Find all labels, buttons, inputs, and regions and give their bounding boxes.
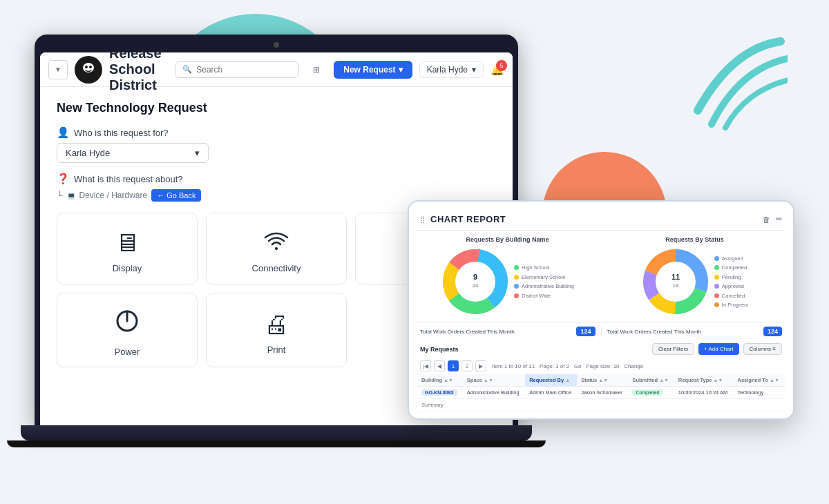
connectivity-icon xyxy=(263,229,290,258)
add-chart-button[interactable]: + Add Chart xyxy=(698,343,739,355)
col-building[interactable]: Building ▲▼ xyxy=(417,374,463,387)
power-icon xyxy=(113,307,141,341)
cell-status: Completed xyxy=(628,387,674,399)
my-requests-actions: Clear Filters + Add Chart Columns ≡ xyxy=(652,343,782,355)
svg-text:9: 9 xyxy=(473,273,477,281)
chart1-title: Requests By Building Name xyxy=(466,236,549,243)
trash-icon[interactable]: 🗑 xyxy=(763,215,770,224)
grip-icon: ⣿ xyxy=(420,215,425,223)
wifi-decoration xyxy=(677,21,788,134)
row-id-badge: GO-KN-008X xyxy=(421,389,457,396)
notification-count: 5 xyxy=(496,60,507,71)
cell-request-type: Technology xyxy=(734,387,785,399)
first-page-btn[interactable]: |◀ xyxy=(420,360,431,371)
svg-text:18: 18 xyxy=(672,282,678,289)
device-card-display[interactable]: 🖥 Display xyxy=(57,213,198,284)
what-label: ❓ What is this request about? xyxy=(57,173,496,185)
print-icon: 🖨 xyxy=(264,310,289,339)
camera-bar xyxy=(40,40,513,50)
my-requests-label: My Requests xyxy=(420,346,459,353)
new-request-label: New Request xyxy=(343,65,395,75)
breadcrumb-device: Device / Hardware xyxy=(79,191,148,200)
pagination-info: Item 1 to 10 of 11 Page: 1 of 2 Go Page … xyxy=(492,363,643,369)
tablet: ⣿ CHART REPORT 🗑 ✏ Requests By Building … xyxy=(408,200,794,420)
search-icon: 🔍 xyxy=(182,65,192,74)
what-section: ❓ What is this request about? └ 💻 Device… xyxy=(57,173,496,202)
columns-button[interactable]: Columns ≡ xyxy=(743,343,782,355)
table-row[interactable]: GO-KN-008X Administrative Building Admin… xyxy=(417,387,785,399)
requests-table: Building ▲▼ Space ▲▼ Requested By ▲ Stat… xyxy=(417,374,785,411)
cell-requested-by: Jason Schomaker xyxy=(577,387,628,399)
page-2-btn[interactable]: 2 xyxy=(461,360,473,371)
page-1-btn[interactable]: 1 xyxy=(448,360,459,371)
stat1-label: Total Work Orders Created This Month xyxy=(420,329,515,335)
app-title: Release School District xyxy=(109,52,175,93)
chart-report-actions: 🗑 ✏ xyxy=(763,215,782,224)
chevron-down-icon: ▾ xyxy=(472,65,476,75)
power-label: Power xyxy=(115,347,140,357)
col-request-type[interactable]: Request Type ▲▼ xyxy=(674,374,734,387)
prev-page-btn[interactable]: ◀ xyxy=(434,360,445,371)
laptop-base xyxy=(21,425,532,440)
notification-badge[interactable]: 🔔 5 xyxy=(490,63,504,76)
go-back-button[interactable]: ← Go Back xyxy=(151,189,201,202)
display-icon: 🖥 xyxy=(115,229,140,258)
svg-text:11: 11 xyxy=(671,273,680,281)
user-name: Karla Hyde xyxy=(427,65,468,75)
next-page-btn[interactable]: ▶ xyxy=(475,360,486,371)
breadcrumb-icon: 💻 xyxy=(67,192,75,200)
question-icon: ❓ xyxy=(57,173,70,185)
who-label: 👤 Who is this request for? xyxy=(57,126,496,139)
device-card-connectivity[interactable]: Connectivity xyxy=(206,213,347,284)
device-card-power[interactable]: Power xyxy=(57,293,198,367)
chevron-down-icon: ▾ xyxy=(399,65,403,75)
stat2-label: Total Work Orders Created This Month xyxy=(607,329,702,335)
search-box[interactable]: 🔍 xyxy=(175,61,299,78)
svg-point-4 xyxy=(275,247,278,250)
print-label: Print xyxy=(267,345,286,355)
sidebar-toggle[interactable]: ▼ xyxy=(48,60,68,79)
stat1-value: 124 xyxy=(576,327,595,336)
svg-point-2 xyxy=(85,66,88,68)
col-submitted[interactable]: Submitted ▲▼ xyxy=(628,374,674,387)
device-card-print[interactable]: 🖨 Print xyxy=(206,293,347,367)
stat-box-1: Total Work Orders Created This Month 124 xyxy=(420,327,595,336)
cell-building: Administrative Building xyxy=(463,387,525,399)
laptop-foot xyxy=(7,440,546,447)
header-right: 🔍 ⊞ New Request ▾ Karla Hyde ▾ 🔔 5 xyxy=(175,59,504,80)
col-assigned-to[interactable]: Assigned To ▲▼ xyxy=(734,374,785,387)
clear-filters-button[interactable]: Clear Filters xyxy=(652,343,694,355)
chart2-legend: Assigned Completed Pending Approved Canc… xyxy=(714,254,748,310)
breadcrumb-arrow: └ xyxy=(57,191,63,200)
chart-report-title: CHART REPORT xyxy=(430,214,506,224)
logo-icon xyxy=(77,59,99,81)
donut-chart-2: 11 18 xyxy=(641,247,710,316)
chart1-legend: High School Elementary School Administra… xyxy=(514,263,574,300)
table-row-summary: Summary xyxy=(417,399,785,411)
stat2-value: 124 xyxy=(763,327,782,336)
who-value: Karla Hyde xyxy=(66,148,110,158)
app-header: ▼ Release School District xyxy=(40,52,513,87)
who-section: 👤 Who is this request for? Karla Hyde ▾ xyxy=(57,126,496,163)
col-status[interactable]: Status ▲▼ xyxy=(577,374,628,387)
chart-building: Requests By Building Name xyxy=(417,236,598,316)
pagination-row: |◀ ◀ 1 2 ▶ Item 1 to 10 of 11 Page: 1 of… xyxy=(417,358,785,374)
donut-wrap-2: 11 18 Assigned Completed Pending Approve… xyxy=(641,247,748,316)
col-requested-by[interactable]: Requested By ▲ xyxy=(525,374,577,387)
chart-status: Requests By Status xyxy=(604,236,785,316)
svg-point-3 xyxy=(89,66,92,68)
grid-icon-btn[interactable]: ⊞ xyxy=(306,59,327,80)
go-back-label: ← Go Back xyxy=(157,191,196,200)
col-space[interactable]: Space ▲▼ xyxy=(463,374,525,387)
page-title: New Technology Request xyxy=(57,101,496,115)
who-select[interactable]: Karla Hyde ▾ xyxy=(57,143,209,163)
search-input[interactable] xyxy=(196,65,292,75)
stat-box-2: Total Work Orders Created This Month 124 xyxy=(607,327,783,336)
new-request-button[interactable]: New Request ▾ xyxy=(334,61,412,79)
tablet-content: ⣿ CHART REPORT 🗑 ✏ Requests By Building … xyxy=(409,202,793,418)
edit-icon[interactable]: ✏ xyxy=(776,215,782,224)
display-label: Display xyxy=(113,263,142,273)
chart2-title: Requests By Status xyxy=(665,236,724,243)
user-badge[interactable]: Karla Hyde ▾ xyxy=(419,61,484,78)
chevron-down-icon: ▼ xyxy=(55,66,61,73)
